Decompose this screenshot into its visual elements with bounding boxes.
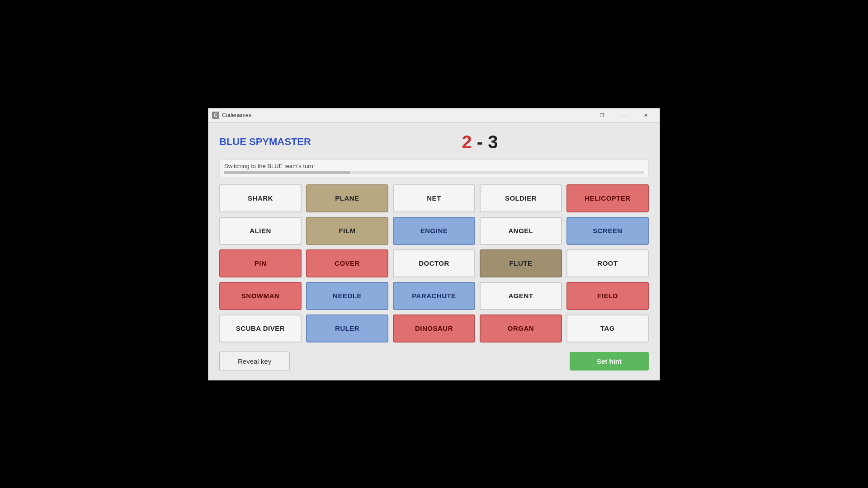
card-plane[interactable]: PLANE bbox=[306, 184, 388, 212]
card-doctor[interactable]: DOCTOR bbox=[393, 249, 475, 277]
status-bar: Switching to the BLUE team's turn! bbox=[219, 160, 649, 177]
role-label: BLUE SPYMASTER bbox=[219, 136, 311, 148]
card-alien[interactable]: ALIEN bbox=[219, 217, 302, 245]
progress-bar-fill bbox=[224, 171, 350, 174]
card-agent[interactable]: AGENT bbox=[480, 282, 562, 310]
card-angel[interactable]: ANGEL bbox=[480, 217, 562, 245]
card-needle[interactable]: NEEDLE bbox=[306, 282, 388, 310]
card-ruler[interactable]: RULER bbox=[306, 314, 388, 343]
window-controls: ❐ — ✕ bbox=[592, 111, 656, 120]
card-engine[interactable]: ENGINE bbox=[393, 217, 475, 245]
header-row: BLUE SPYMASTER 2 - 3 bbox=[219, 132, 649, 152]
main-content: BLUE SPYMASTER 2 - 3 Switching to the BL… bbox=[208, 123, 660, 380]
reveal-key-button[interactable]: Reveal key bbox=[219, 352, 290, 371]
app-window: C Codenames ❐ — ✕ BLUE SPYMASTER 2 - 3 S… bbox=[208, 108, 660, 380]
card-parachute[interactable]: PARACHUTE bbox=[393, 282, 475, 310]
card-field[interactable]: FIELD bbox=[566, 282, 649, 310]
set-hint-button[interactable]: Set hint bbox=[570, 352, 649, 371]
score-display: 2 - 3 bbox=[311, 132, 649, 152]
score-separator: - bbox=[477, 132, 488, 152]
card-helicopter[interactable]: HELICOPTER bbox=[566, 184, 649, 212]
window-title: Codenames bbox=[222, 112, 592, 118]
title-bar: C Codenames ❐ — ✕ bbox=[208, 108, 660, 123]
card-film[interactable]: FILM bbox=[306, 217, 388, 245]
card-pin[interactable]: PIN bbox=[219, 249, 302, 277]
card-net[interactable]: NET bbox=[393, 184, 475, 212]
card-grid: SHARKPLANENETSOLDIERHELICOPTERALIENFILME… bbox=[219, 184, 649, 343]
card-screen[interactable]: SCREEN bbox=[566, 217, 649, 245]
app-icon: C bbox=[212, 112, 219, 119]
card-tag[interactable]: TAG bbox=[566, 314, 649, 343]
score-red: 2 bbox=[462, 132, 472, 152]
card-organ[interactable]: ORGAN bbox=[480, 314, 562, 343]
card-dinosaur[interactable]: DINOSAUR bbox=[393, 314, 475, 343]
status-message: Switching to the BLUE team's turn! bbox=[224, 163, 315, 169]
restore-button[interactable]: ❐ bbox=[592, 111, 613, 120]
close-button[interactable]: ✕ bbox=[635, 111, 656, 120]
card-cover[interactable]: COVER bbox=[306, 249, 388, 277]
card-shark[interactable]: SHARK bbox=[219, 184, 302, 212]
card-root[interactable]: ROOT bbox=[566, 249, 649, 277]
card-flute[interactable]: FLUTE bbox=[480, 249, 562, 277]
card-soldier[interactable]: SOLDIER bbox=[480, 184, 562, 212]
progress-bar-container bbox=[224, 171, 644, 174]
card-scuba-diver[interactable]: SCUBA DIVER bbox=[219, 314, 302, 343]
minimize-button[interactable]: — bbox=[613, 111, 634, 120]
score-blue: 3 bbox=[488, 132, 498, 152]
card-snowman[interactable]: SNOWMAN bbox=[219, 282, 302, 310]
footer-row: Reveal key Set hint bbox=[219, 352, 649, 371]
